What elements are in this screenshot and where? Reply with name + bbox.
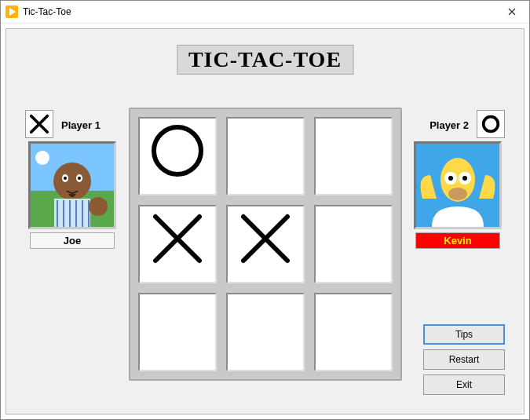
board-cell-0[interactable] — [138, 117, 217, 195]
play-icon — [5, 5, 18, 18]
svg-point-13 — [484, 117, 499, 132]
window-title: Tic-Tac-Toe — [23, 6, 495, 17]
exit-button[interactable]: Exit — [423, 374, 505, 395]
player1-panel: Player 1 Joe — [25, 111, 119, 249]
svg-point-9 — [78, 177, 81, 180]
player1-name: Joe — [30, 232, 115, 249]
svg-point-20 — [448, 188, 467, 200]
game-board — [129, 108, 402, 381]
player1-avatar — [28, 141, 116, 229]
tips-button[interactable]: Tips — [423, 324, 505, 345]
svg-point-7 — [64, 177, 67, 180]
button-column: Tips Restart Exit — [423, 324, 505, 395]
board-cell-3[interactable] — [138, 205, 217, 283]
player2-symbol — [477, 110, 505, 138]
board-cell-2[interactable] — [314, 117, 393, 195]
svg-point-17 — [448, 176, 453, 181]
restart-button[interactable]: Restart — [423, 349, 505, 370]
player1-label: Player 1 — [61, 119, 101, 131]
player2-avatar — [414, 141, 502, 229]
app-window: Tic-Tac-Toe TIC-TAC-TOE Player 1 — [0, 0, 530, 420]
board-cell-7[interactable] — [226, 293, 305, 371]
svg-rect-10 — [54, 199, 90, 227]
o-mark-icon — [146, 119, 209, 194]
window-close-button[interactable] — [495, 1, 529, 23]
x-mark-icon — [234, 207, 297, 282]
player1-symbol — [25, 110, 53, 138]
titlebar: Tic-Tac-Toe — [1, 1, 529, 24]
svg-point-21 — [154, 127, 201, 174]
svg-point-4 — [35, 151, 49, 165]
close-icon — [508, 5, 516, 18]
player2-name: Kevin — [415, 232, 500, 249]
svg-point-19 — [462, 176, 467, 181]
client-area: TIC-TAC-TOE Player 1 — [5, 28, 525, 415]
board-cell-5[interactable] — [314, 205, 393, 283]
board-cell-6[interactable] — [138, 293, 217, 371]
player2-label: Player 2 — [429, 119, 469, 131]
board-cell-1[interactable] — [226, 117, 305, 195]
page-title: TIC-TAC-TOE — [177, 45, 353, 75]
x-mark-icon — [146, 207, 209, 282]
board-cell-4[interactable] — [226, 205, 305, 283]
svg-rect-12 — [93, 199, 100, 210]
board-cell-8[interactable] — [314, 293, 393, 371]
player2-panel: Player 2 Kevin — [411, 111, 505, 249]
